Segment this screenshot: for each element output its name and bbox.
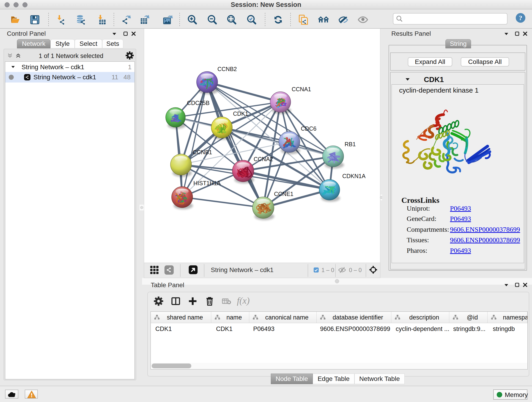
svg-text:CCNB2: CCNB2 <box>217 66 237 72</box>
svg-text:RB1: RB1 <box>345 141 356 147</box>
svg-text:CDK1: CDK1 <box>233 110 248 117</box>
svg-text:HIST1H1A: HIST1H1A <box>193 180 221 186</box>
svg-text:CDC25B: CDC25B <box>187 100 210 106</box>
svg-text:CCNA2: CCNA2 <box>254 156 273 162</box>
svg-text:CCNE1: CCNE1 <box>274 191 293 197</box>
svg-text:CDKN1A: CDKN1A <box>342 173 366 179</box>
svg-text:CDC6: CDC6 <box>301 125 317 132</box>
svg-text:?: ? <box>519 14 522 22</box>
svg-text:CCNB1: CCNB1 <box>193 149 212 155</box>
svg-text:CCNA1: CCNA1 <box>292 86 311 92</box>
